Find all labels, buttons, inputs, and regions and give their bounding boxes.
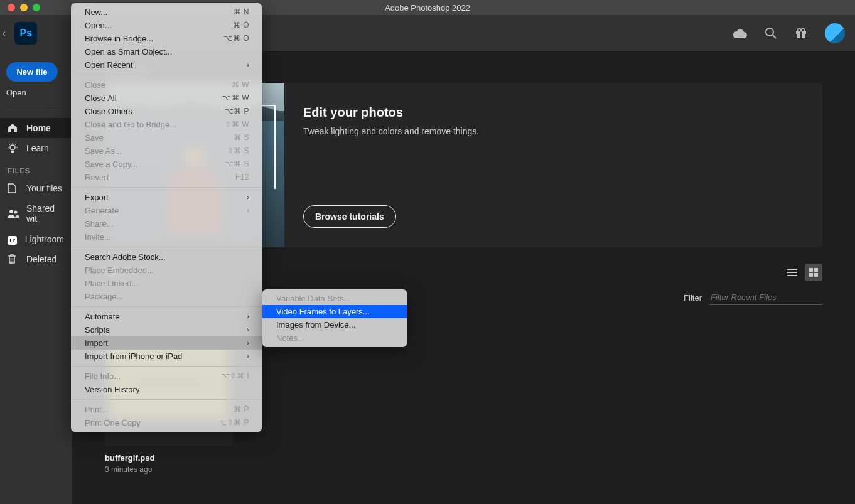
menu-item-save-a-copy: Save a Copy...⌥⌘ S <box>71 158 262 171</box>
gift-icon[interactable] <box>795 27 807 40</box>
svg-rect-19 <box>814 273 818 277</box>
open-button[interactable]: Open <box>6 82 26 102</box>
menu-separator <box>71 399 262 400</box>
import-submenu[interactable]: Variable Data Sets...Video Frames to Lay… <box>262 289 407 347</box>
nav-your-files[interactable]: Your files <box>0 178 72 198</box>
menu-item-file-info: File Info...⌥⇧⌘ I <box>71 370 262 383</box>
files-section-label: FILES <box>0 158 72 178</box>
nav-shared-label: Shared wit <box>26 203 64 223</box>
hero-title: Edit your photos <box>303 105 804 120</box>
svg-point-6 <box>802 28 805 31</box>
menu-item-close: Close⌘ W <box>71 78 262 92</box>
filter-recent-input[interactable] <box>709 290 822 305</box>
nav-lightroom[interactable]: Lr Lightroom <box>0 228 72 249</box>
chevron-right-icon: › <box>247 311 249 322</box>
svg-rect-17 <box>814 268 818 272</box>
nav-shared[interactable]: Shared wit <box>0 198 72 228</box>
submenu-item-video-frames-to-layers[interactable]: Video Frames to Layers... <box>262 305 407 318</box>
chevron-right-icon: › <box>247 338 249 348</box>
nav-home-label: Home <box>26 123 51 133</box>
svg-rect-13 <box>11 151 14 153</box>
nav-your-files-label: Your files <box>26 183 62 193</box>
nav-deleted[interactable]: Deleted <box>0 249 72 269</box>
menu-separator <box>71 187 262 188</box>
submenu-item-variable-data-sets: Variable Data Sets... <box>262 292 407 305</box>
svg-point-7 <box>10 145 15 150</box>
menu-item-new[interactable]: New...⌘ N <box>71 6 262 19</box>
close-window-button[interactable] <box>8 4 15 11</box>
chevron-right-icon: › <box>247 205 249 216</box>
people-icon <box>8 209 19 218</box>
chevron-right-icon: › <box>247 192 249 203</box>
menu-item-open[interactable]: Open...⌘ O <box>71 19 262 32</box>
menu-separator <box>71 247 262 247</box>
chevron-right-icon: › <box>247 324 249 335</box>
menu-item-generate: Generate› <box>71 204 262 217</box>
menu-item-print-one-copy: Print One Copy⌥⇧⌘ P <box>71 416 262 429</box>
grid-view-button[interactable] <box>805 264 822 281</box>
menu-item-close-and-go-to-bridge: Close and Go to Bridge...⇧⌘ W <box>71 118 262 131</box>
cloud-icon[interactable] <box>733 28 747 38</box>
svg-point-14 <box>9 210 13 213</box>
lightbulb-icon <box>8 143 19 153</box>
list-view-button[interactable] <box>783 264 801 281</box>
menu-item-import[interactable]: Import› <box>71 336 262 350</box>
svg-rect-18 <box>809 273 813 277</box>
menu-item-browse-in-bridge[interactable]: Browse in Bridge...⌥⌘ O <box>71 32 262 45</box>
svg-line-12 <box>15 144 16 146</box>
nav-lightroom-label: Lightroom <box>25 234 64 244</box>
chevron-right-icon: › <box>247 60 249 70</box>
menu-item-save: Save⌘ S <box>71 131 262 144</box>
menu-item-import-from-iphone-or-ipad[interactable]: Import from iPhone or iPad› <box>71 350 262 363</box>
menu-separator <box>71 306 262 307</box>
menu-item-save-as: Save As...⇧⌘ S <box>71 144 262 158</box>
menu-item-close-all[interactable]: Close All⌥⌘ W <box>71 92 262 105</box>
menu-item-share: Share... <box>71 217 262 230</box>
filter-label: Filter <box>684 293 702 303</box>
menu-item-search-adobe-stock[interactable]: Search Adobe Stock... <box>71 250 262 264</box>
menu-item-open-as-smart-object[interactable]: Open as Smart Object... <box>71 45 262 58</box>
trash-icon <box>8 254 19 264</box>
user-avatar[interactable] <box>825 23 845 43</box>
menu-item-place-embedded: Place Embedded... <box>71 264 262 277</box>
file-time: 3 minutes ago <box>105 463 233 474</box>
photoshop-logo: Ps <box>14 22 37 45</box>
new-file-button[interactable]: New file <box>6 62 58 82</box>
submenu-item-images-from-device[interactable]: Images from Device... <box>262 318 407 331</box>
file-name: buffergif.psd <box>105 446 233 463</box>
menu-item-automate[interactable]: Automate› <box>71 310 262 323</box>
menu-item-open-recent[interactable]: Open Recent› <box>71 58 262 72</box>
menu-item-export[interactable]: Export› <box>71 191 262 204</box>
menu-separator <box>71 75 262 75</box>
svg-point-5 <box>798 28 801 31</box>
menu-item-scripts[interactable]: Scripts› <box>71 323 262 336</box>
svg-line-1 <box>773 35 776 38</box>
sidebar: New file Open Home Learn FILES Your file… <box>0 51 72 504</box>
browse-tutorials-button[interactable]: Browse tutorials <box>303 205 396 228</box>
submenu-item-notes: Notes... <box>262 331 407 345</box>
menu-item-version-history[interactable]: Version History <box>71 383 262 396</box>
maximize-window-button[interactable] <box>33 4 40 11</box>
home-icon <box>8 123 19 133</box>
nav-learn[interactable]: Learn <box>0 138 72 158</box>
chevron-right-icon: › <box>247 351 249 362</box>
svg-point-0 <box>766 28 773 36</box>
svg-point-15 <box>14 211 18 214</box>
svg-line-11 <box>9 144 11 146</box>
nav-learn-label: Learn <box>26 143 49 153</box>
nav-home[interactable]: Home <box>0 118 72 138</box>
file-icon <box>8 183 19 193</box>
hero-subtitle: Tweak lighting and colors and remove thi… <box>303 126 804 136</box>
lightroom-icon: Lr <box>8 233 18 244</box>
menu-item-close-others[interactable]: Close Others⌥⌘ P <box>71 105 262 118</box>
minimize-window-button[interactable] <box>20 4 28 11</box>
menu-item-package: Package... <box>71 290 262 303</box>
back-chevron-icon[interactable]: ‹ <box>0 28 8 39</box>
window-title: Adobe Photoshop 2022 <box>385 3 470 13</box>
menu-item-invite: Invite... <box>71 230 262 244</box>
menu-item-revert: RevertF12 <box>71 171 262 184</box>
file-menu[interactable]: New...⌘ NOpen...⌘ OBrowse in Bridge...⌥⌘… <box>71 3 262 432</box>
menu-separator <box>71 366 262 367</box>
search-icon[interactable] <box>765 27 777 40</box>
window-controls <box>0 4 40 11</box>
